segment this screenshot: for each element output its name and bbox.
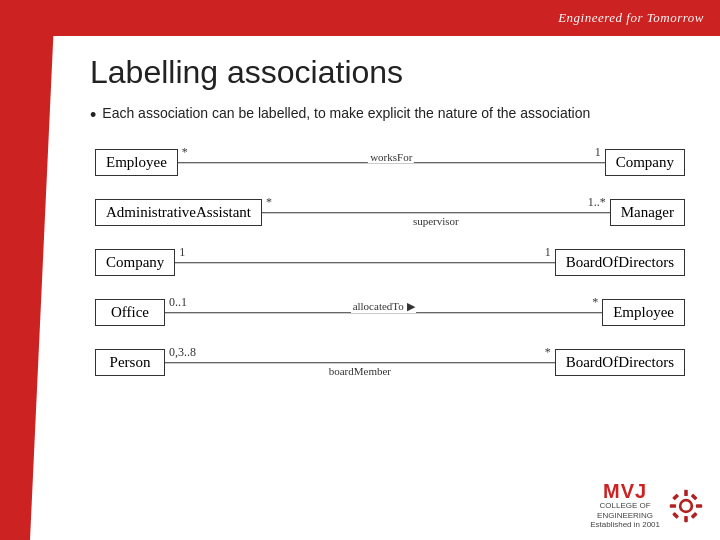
tagline: Engineered for Tomorrow — [558, 10, 704, 26]
box-company-1: Company — [605, 149, 685, 176]
mvj-letters: MVJ — [603, 481, 647, 501]
label-4: allocatedTo ▶ — [351, 300, 417, 313]
box-company-2: Company — [95, 249, 175, 276]
logo-box: MVJ COLLEGE OFENGINEERINGEstablished in … — [590, 481, 704, 530]
mult-right-4: * — [592, 295, 598, 310]
box-employee-1: Employee — [95, 149, 178, 176]
label-5: boardMember — [327, 365, 393, 377]
svg-rect-2 — [684, 489, 688, 495]
connector-1: * worksFor 1 — [178, 143, 605, 183]
box-employee-2: Employee — [602, 299, 685, 326]
svg-rect-4 — [670, 504, 676, 508]
svg-rect-6 — [672, 493, 679, 500]
box-manager: Manager — [610, 199, 685, 226]
label-2: supervisor — [411, 215, 461, 227]
connector-3: 1 1 — [175, 243, 554, 283]
mult-right-5: * — [545, 345, 551, 360]
box-boardofdirectors-1: BoardOfDirectors — [555, 249, 685, 276]
box-boardofdirectors-2: BoardOfDirectors — [555, 349, 685, 376]
connector-2: * supervisor 1..* — [262, 193, 610, 233]
mult-left-2: * — [266, 195, 272, 210]
mult-left-1: * — [182, 145, 188, 160]
svg-rect-9 — [672, 512, 679, 519]
assoc-row-1: Employee * worksFor 1 Company — [95, 143, 685, 183]
top-bar: Engineered for Tomorrow — [0, 0, 720, 36]
svg-rect-3 — [684, 516, 688, 522]
svg-rect-5 — [696, 504, 702, 508]
svg-rect-8 — [691, 493, 698, 500]
box-person: Person — [95, 349, 165, 376]
label-1: worksFor — [368, 151, 414, 163]
mult-right-1: 1 — [595, 145, 601, 160]
slide-content: Labelling associations • Each associatio… — [60, 36, 720, 540]
mult-left-3: 1 — [179, 245, 185, 260]
mult-left-5: 0,3..8 — [169, 345, 196, 360]
mult-left-4: 0..1 — [169, 295, 187, 310]
slide-title: Labelling associations — [90, 54, 690, 91]
uml-diagram: Employee * worksFor 1 Company Administra… — [95, 143, 685, 383]
line-2 — [262, 212, 610, 214]
connector-5: 0,3..8 boardMember * — [165, 343, 555, 383]
assoc-row-2: AdministrativeAssistant * supervisor 1..… — [95, 193, 685, 233]
bottom-logo: MVJ COLLEGE OFENGINEERINGEstablished in … — [590, 481, 704, 530]
assoc-row-3: Company 1 1 BoardOfDirectors — [95, 243, 685, 283]
svg-point-1 — [682, 501, 691, 510]
bullet-point: • Each association can be labelled, to m… — [90, 105, 690, 127]
connector-4: 0..1 allocatedTo ▶ * — [165, 293, 602, 333]
bullet-dot: • — [90, 105, 96, 127]
assoc-row-4: Office 0..1 allocatedTo ▶ * Employee — [95, 293, 685, 333]
line-5 — [165, 362, 555, 364]
line-3 — [175, 262, 554, 264]
mvj-logo: MVJ COLLEGE OFENGINEERINGEstablished in … — [590, 481, 660, 530]
box-adminassistant: AdministrativeAssistant — [95, 199, 262, 226]
box-office: Office — [95, 299, 165, 326]
bullet-text: Each association can be labelled, to mak… — [102, 105, 590, 121]
mult-right-2: 1..* — [588, 195, 606, 210]
assoc-row-5: Person 0,3..8 boardMember * BoardOfDirec… — [95, 343, 685, 383]
gear-icon — [668, 488, 704, 524]
mult-right-3: 1 — [545, 245, 551, 260]
svg-rect-7 — [691, 512, 698, 519]
college-name: COLLEGE OFENGINEERINGEstablished in 2001 — [590, 501, 660, 530]
